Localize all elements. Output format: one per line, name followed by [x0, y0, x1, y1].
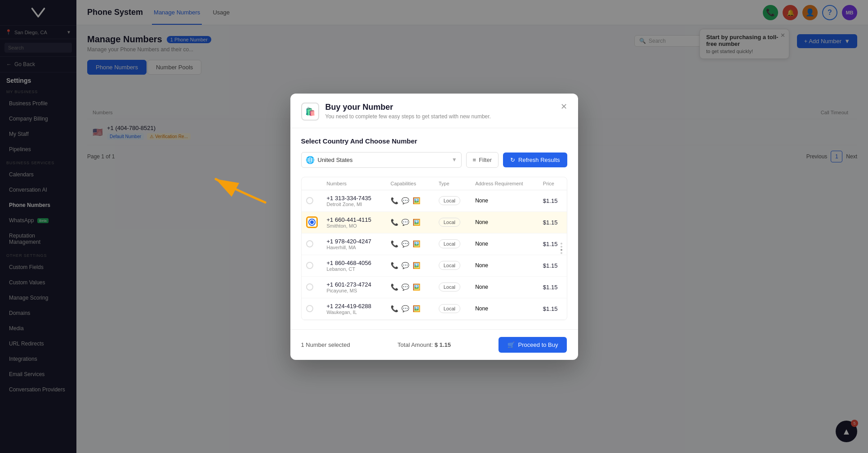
col-price-header: Price: [539, 177, 567, 190]
modal-body: Select Country And Choose Number 🌐 Unite…: [290, 128, 578, 329]
type-cell: Local: [434, 190, 471, 211]
highlight-box: [306, 216, 318, 228]
number-list-item[interactable]: +1 978-420-4247 Haverhill, MA 📞 💬 🖼️ Loc…: [302, 233, 567, 255]
radio-cell[interactable]: [302, 276, 322, 298]
sms-icon: 💬: [401, 240, 409, 247]
modal-overlay: 🛍️ Buy your Number You need to complete …: [0, 0, 868, 453]
radio-cell[interactable]: [302, 233, 322, 255]
number-text: +1 660-441-4115: [327, 216, 382, 223]
proceed-to-buy-button[interactable]: 🛒 Proceed to Buy: [499, 337, 567, 353]
modal-title: Buy your Number: [325, 103, 491, 112]
number-location: Haverhill, MA: [327, 245, 382, 250]
col-cap-header: Capabilities: [386, 177, 434, 190]
total-amount-text: Total Amount: $ 1.15: [397, 341, 451, 348]
sms-icon: 💬: [401, 219, 409, 226]
number-location: Picayune, MS: [327, 288, 382, 293]
radio-button-2[interactable]: [306, 240, 313, 247]
voice-icon: 📞: [391, 240, 398, 247]
type-badge: Local: [439, 304, 460, 313]
cart-icon: 🛒: [507, 341, 515, 348]
radio-button-0[interactable]: [306, 197, 313, 204]
number-cell: +1 313-334-7435 Detroit Zone, MI: [322, 190, 386, 211]
number-list-item[interactable]: +1 601-273-4724 Picayune, MS 📞 💬 🖼️ Loca…: [302, 276, 567, 298]
col-num-header: Numbers: [322, 177, 386, 190]
mms-icon: 🖼️: [413, 305, 420, 312]
type-badge: Local: [439, 239, 460, 248]
capability-cell: 📞 💬 🖼️: [386, 298, 434, 319]
number-location: Lebanon, CT: [327, 266, 382, 272]
mms-icon: 🖼️: [413, 197, 420, 204]
radio-cell[interactable]: [302, 298, 322, 319]
sms-icon: 💬: [401, 197, 409, 204]
refresh-results-button[interactable]: ↻ Refresh Results: [503, 152, 567, 167]
price-cell: $1.15: [539, 298, 567, 319]
number-list-item[interactable]: +1 660-441-4115 Smithton, MO 📞 💬 🖼️ Loca…: [302, 211, 567, 233]
number-list-item[interactable]: +1 313-334-7435 Detroit Zone, MI 📞 💬 🖼️ …: [302, 190, 567, 211]
radio-cell[interactable]: [302, 190, 322, 211]
number-list-item[interactable]: +1 860-468-4056 Lebanon, CT 📞 💬 🖼️ Local…: [302, 255, 567, 276]
radio-cell[interactable]: [302, 255, 322, 276]
refresh-label: Refresh Results: [518, 157, 560, 163]
col-addr-header: Address Requirement: [471, 177, 539, 190]
proceed-label: Proceed to Buy: [518, 341, 558, 348]
radio-button-4[interactable]: [306, 283, 313, 291]
voice-icon: 📞: [391, 262, 398, 269]
capability-cell: 📞 💬 🖼️: [386, 276, 434, 298]
voice-icon: 📞: [391, 283, 398, 291]
refresh-icon: ↻: [510, 157, 515, 163]
mms-icon: 🖼️: [413, 283, 420, 291]
voice-icon: 📞: [391, 197, 398, 204]
number-text: +1 224-419-6288: [327, 303, 382, 309]
number-cell: +1 601-273-4724 Picayune, MS: [322, 276, 386, 298]
mms-icon: 🖼️: [413, 262, 420, 269]
voice-icon: 📞: [391, 305, 398, 312]
address-req-cell: None: [471, 255, 539, 276]
capability-cell: 📞 💬 🖼️: [386, 211, 434, 233]
price-text: $1.15: [543, 219, 558, 226]
number-location: Detroit Zone, MI: [327, 202, 382, 207]
radio-button-3[interactable]: [306, 262, 313, 269]
price-cell: $1.15: [539, 211, 567, 233]
total-value: $ 1.15: [435, 341, 451, 348]
selected-count-text: 1 Number selected: [301, 341, 350, 348]
filter-button[interactable]: ≡ Filter: [466, 152, 499, 168]
number-cell: +1 860-468-4056 Lebanon, CT: [322, 255, 386, 276]
address-req-cell: None: [471, 233, 539, 255]
voice-icon: 📞: [391, 219, 398, 226]
price-text: $1.15: [543, 284, 558, 291]
mms-icon: 🖼️: [413, 240, 420, 247]
scroll-indicator: [561, 243, 562, 254]
modal-bag-icon: 🛍️: [301, 103, 319, 121]
modal-section-title: Select Country And Choose Number: [301, 137, 567, 145]
type-cell: Local: [434, 255, 471, 276]
address-req-cell: None: [471, 190, 539, 211]
number-text: +1 978-420-4247: [327, 238, 382, 245]
country-select[interactable]: United States Canada United Kingdom: [301, 152, 462, 168]
mms-icon: 🖼️: [413, 219, 420, 226]
price-cell: $1.15: [539, 276, 567, 298]
number-list-item[interactable]: +1 224-419-6288 Waukegan, IL 📞 💬 🖼️ Loca…: [302, 298, 567, 319]
number-cell: +1 660-441-4115 Smithton, MO: [322, 211, 386, 233]
number-list-table: Numbers Capabilities Type Address Requir…: [302, 177, 567, 320]
radio-button-1[interactable]: [308, 219, 316, 226]
country-select-wrapper: 🌐 United States Canada United Kingdom ▼: [301, 152, 462, 168]
type-badge: Local: [439, 283, 460, 292]
col-select: [302, 177, 322, 190]
modal-close-button[interactable]: ✕: [561, 103, 567, 111]
country-select-chevron-icon: ▼: [452, 157, 457, 163]
price-cell: $1.15: [539, 190, 567, 211]
number-text: +1 860-468-4056: [327, 260, 382, 266]
capability-cell: 📞 💬 🖼️: [386, 255, 434, 276]
price-cell: $1.15: [539, 233, 567, 255]
price-text: $1.15: [543, 197, 558, 204]
price-cell: $1.15: [539, 255, 567, 276]
radio-button-5[interactable]: [306, 305, 313, 312]
type-cell: Local: [434, 233, 471, 255]
sms-icon: 💬: [401, 262, 409, 269]
price-text: $1.15: [543, 241, 558, 247]
type-badge: Local: [439, 261, 460, 270]
buy-number-modal: 🛍️ Buy your Number You need to complete …: [290, 94, 578, 360]
radio-cell[interactable]: [302, 211, 322, 233]
filter-label: Filter: [479, 157, 492, 163]
number-cell: +1 224-419-6288 Waukegan, IL: [322, 298, 386, 319]
